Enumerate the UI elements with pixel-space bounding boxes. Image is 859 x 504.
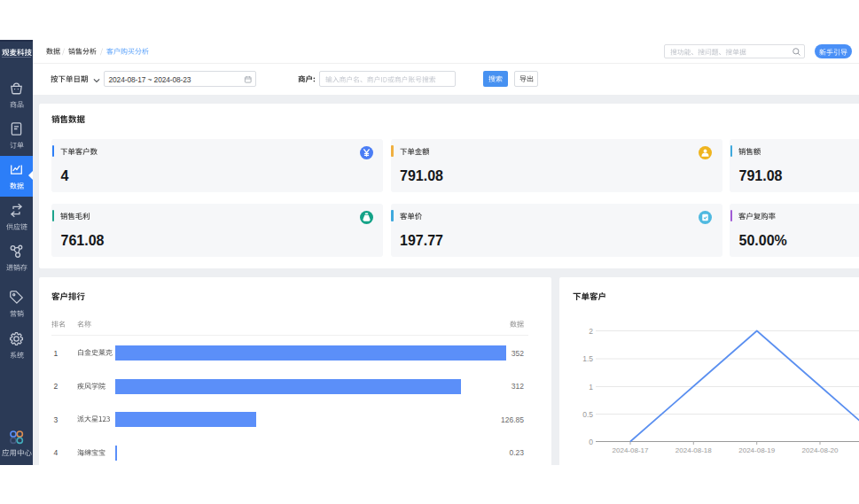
svg-text:0: 0 (589, 438, 593, 446)
svg-text:2024-08-19: 2024-08-19 (738, 446, 775, 454)
svg-text:0.5: 0.5 (582, 410, 593, 419)
svg-text:2024-08-18: 2024-08-18 (675, 446, 712, 454)
svg-text:1: 1 (589, 383, 593, 392)
svg-text:2024-08-20: 2024-08-20 (802, 446, 839, 454)
svg-text:1.5: 1.5 (582, 354, 593, 363)
svg-text:2024-08-17: 2024-08-17 (613, 446, 649, 454)
svg-text:2: 2 (589, 327, 593, 336)
